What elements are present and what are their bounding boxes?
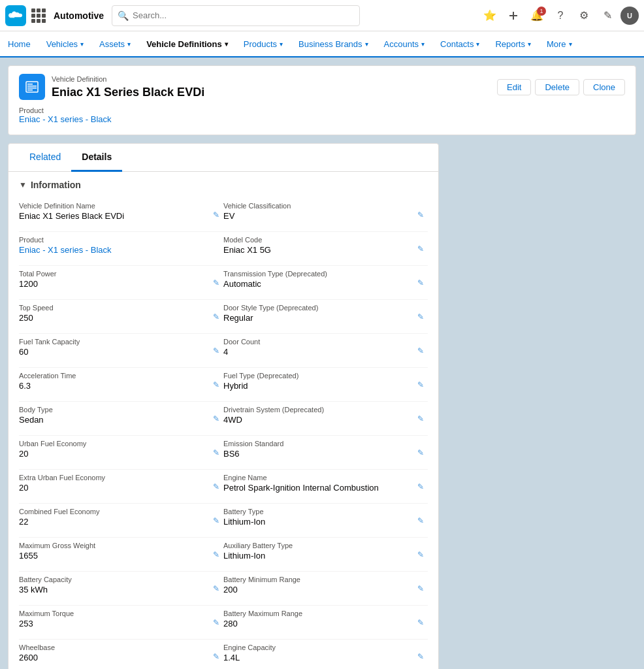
nav-contacts[interactable]: Contacts ▾ [432, 31, 487, 57]
field-edit-icon[interactable] [213, 414, 219, 423]
field-value: 253 [19, 619, 202, 628]
field-edit-icon[interactable] [417, 380, 424, 389]
content-area: Vehicle Definition Eniac X1 Series Black… [0, 57, 644, 669]
field-label: Emission Standard [223, 440, 412, 448]
field-edit-icon[interactable] [213, 380, 219, 389]
search-bar[interactable]: 🔍 [112, 5, 360, 26]
nav-more[interactable]: More ▾ [539, 31, 580, 57]
nav-accounts[interactable]: Accounts ▾ [376, 31, 432, 57]
avatar[interactable]: U [620, 7, 639, 25]
field-edit-icon[interactable] [417, 482, 424, 491]
delete-button[interactable]: Delete [535, 79, 579, 95]
field-value: Hybrid [223, 381, 412, 391]
field-edit-icon[interactable] [213, 516, 219, 525]
field-edit-icon[interactable] [213, 550, 219, 559]
clone-button[interactable]: Clone [583, 79, 625, 95]
field-edit-icon[interactable] [417, 278, 424, 287]
field-item: Maximum Torque253 [19, 606, 223, 640]
field-item: Extra Urban Fuel Economy20 [19, 470, 223, 504]
svg-rect-6 [27, 90, 33, 91]
tab-details[interactable]: Details [71, 144, 122, 172]
field-value: 280 [223, 619, 412, 628]
field-value: Regular [223, 313, 412, 323]
field-value: 4 [223, 347, 412, 357]
nav-assets[interactable]: Assets ▾ [91, 31, 138, 57]
field-edit-icon[interactable] [417, 550, 424, 559]
record-title-text: Vehicle Definition Eniac X1 Series Black… [52, 75, 204, 99]
field-edit-icon[interactable] [417, 618, 424, 627]
field-value: 2600 [19, 653, 202, 662]
product-label: Product [19, 106, 625, 114]
field-value: BS6 [223, 449, 412, 459]
field-edit-icon[interactable] [417, 312, 424, 321]
field-edit-icon[interactable] [417, 448, 424, 457]
field-edit-icon[interactable] [213, 210, 219, 220]
nav-vehicles[interactable]: Vehicles ▾ [39, 31, 91, 57]
nav-vehicle-definitions[interactable]: Vehicle Definitions ▾ [138, 31, 236, 57]
svg-rect-2 [26, 82, 38, 92]
field-label: Wheelbase [19, 644, 202, 651]
field-label: Top Speed [19, 304, 202, 312]
field-edit-icon[interactable] [417, 414, 424, 423]
nav-products[interactable]: Products ▾ [236, 31, 291, 57]
field-edit-icon[interactable] [213, 482, 219, 491]
record-title-left: Vehicle Definition Eniac X1 Series Black… [19, 74, 204, 100]
field-label: Vehicle Classification [223, 202, 412, 210]
nav-reports[interactable]: Reports ▾ [487, 31, 539, 57]
tabs-container: Related Details ▼ Information Vehicle De… [8, 143, 439, 669]
svg-rect-3 [27, 84, 33, 85]
field-value: Eniac X1 5G [223, 245, 412, 255]
field-label: Urban Fuel Economy [19, 440, 202, 448]
field-item: Door Count4 [223, 334, 428, 368]
settings-icon[interactable]: ⚙ [573, 5, 594, 26]
chevron-down-icon: ▾ [80, 41, 84, 48]
help-icon[interactable]: ? [550, 5, 571, 26]
field-item: Wheelbase2600 [19, 640, 223, 669]
top-navigation: Automotive 🔍 ⭐ 🔔 1 ? ⚙ ✎ U [0, 0, 644, 31]
field-label: Battery Capacity [19, 576, 202, 583]
field-edit-icon[interactable] [417, 516, 424, 525]
field-value: Eniac X1 Series Black EVDi [19, 211, 202, 221]
field-edit-icon[interactable] [213, 312, 219, 321]
field-edit-icon[interactable] [417, 346, 424, 355]
field-edit-icon[interactable] [417, 244, 424, 253]
field-label: Fuel Tank Capacity [19, 338, 202, 346]
field-edit-icon[interactable] [213, 652, 219, 661]
chevron-down-icon: ▾ [476, 41, 479, 48]
field-edit-icon[interactable] [213, 584, 219, 593]
field-item: Combined Fuel Economy22 [19, 504, 223, 538]
field-value: Sedan [19, 415, 202, 425]
add-icon[interactable] [503, 5, 524, 26]
field-item: Drivetrain System (Deprecated)4WD [223, 402, 428, 436]
right-panel [447, 143, 636, 669]
nav-business-brands[interactable]: Business Brands ▾ [291, 31, 376, 57]
chevron-down-icon: ▾ [528, 41, 531, 48]
field-edit-icon[interactable] [213, 346, 219, 355]
section-header[interactable]: ▼ Information [19, 180, 428, 190]
app-grid-icon[interactable] [31, 8, 46, 23]
nav-home[interactable]: Home [0, 31, 39, 57]
tabs-header: Related Details [8, 144, 438, 172]
field-item: Door Style Type (Deprecated)Regular [223, 300, 428, 334]
field-edit-icon[interactable] [213, 278, 219, 287]
field-edit-icon[interactable] [417, 584, 424, 593]
tab-related[interactable]: Related [19, 144, 71, 172]
field-value[interactable]: Eniac - X1 series - Black [19, 245, 202, 255]
search-input[interactable] [133, 10, 354, 20]
pencil-edit-icon[interactable]: ✎ [597, 5, 618, 26]
field-value: Lithium-Ion [223, 551, 412, 561]
chevron-down-icon: ▾ [365, 41, 368, 48]
section-chevron-icon: ▼ [19, 180, 27, 189]
field-item: Vehicle ClassificationEV [223, 198, 428, 232]
favorites-icon[interactable]: ⭐ [479, 5, 500, 26]
field-item: Fuel Type (Deprecated)Hybrid [223, 368, 428, 402]
field-edit-icon[interactable] [213, 448, 219, 457]
product-link[interactable]: Eniac - X1 series - Black [19, 114, 625, 124]
notification-icon[interactable]: 🔔 1 [526, 5, 547, 26]
field-edit-icon[interactable] [417, 210, 424, 220]
field-edit-icon[interactable] [417, 652, 424, 661]
field-label: Battery Maximum Range [223, 610, 412, 617]
field-label: Transmission Type (Deprecated) [223, 270, 412, 278]
edit-button[interactable]: Edit [497, 79, 531, 95]
field-edit-icon[interactable] [213, 618, 219, 627]
